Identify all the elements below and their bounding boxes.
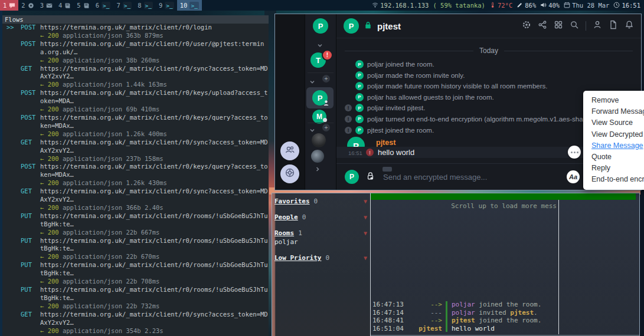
clock-status: 16:51 bbox=[613, 2, 640, 9]
browser-icon bbox=[28, 2, 34, 9]
members-icon[interactable] bbox=[593, 20, 602, 32]
workspace-1[interactable]: 1 bbox=[0, 0, 18, 11]
chat-line: 16:47:13-->poljar joined the room. bbox=[372, 301, 541, 309]
workspace-4[interactable]: 4 bbox=[55, 0, 74, 11]
prefix: pjtest bbox=[407, 325, 442, 333]
http-method: POST bbox=[21, 89, 35, 97]
community-panel bbox=[275, 14, 305, 190]
add-room-button[interactable]: + bbox=[322, 75, 330, 83]
temperature-value: 72°C bbox=[498, 2, 512, 9]
http-method: POST bbox=[21, 24, 35, 32]
workspace-3[interactable]: 3 bbox=[37, 0, 55, 11]
request-url: https://termina.org.uk/_matrix/client/r0… bbox=[40, 40, 269, 57]
flow-row[interactable]: GEThttps://termina.org.uk/_matrix/client… bbox=[2, 139, 269, 163]
flow-row[interactable]: >>POSThttps://termina.org.uk/_matrix/cli… bbox=[2, 24, 269, 40]
flow-row[interactable]: POSThttps://termina.org.uk/_matrix/clien… bbox=[2, 40, 269, 65]
chat-line: 16:51:04pjtesthello world bbox=[372, 325, 541, 333]
thermometer-icon bbox=[489, 2, 496, 9]
response-meta: application/json 237b 158ms bbox=[63, 155, 164, 162]
divider bbox=[308, 73, 334, 73]
request-url: https://termina.org.uk/_matrix/client/r0… bbox=[40, 89, 269, 106]
flow-row[interactable]: GEThttps://termina.org.uk/_matrix/client… bbox=[2, 65, 269, 90]
menu-item-reply[interactable]: Reply bbox=[591, 163, 644, 174]
notifications-icon[interactable] bbox=[625, 20, 634, 32]
chevron-down-icon[interactable] bbox=[309, 77, 315, 87]
settings-icon[interactable] bbox=[522, 20, 531, 32]
workspace-list: 123456>_7>_8>_9>_10>_ bbox=[0, 0, 202, 11]
event-warning-icon: ! bbox=[345, 104, 352, 111]
flow-row[interactable]: GEThttps://termina.org.uk/_matrix/client… bbox=[2, 187, 269, 212]
request-url: https://termina.org.uk/_matrix/client/r0… bbox=[40, 114, 269, 130]
response-meta: application/json 1.26k 430ms bbox=[63, 179, 167, 186]
room-avatar-image[interactable] bbox=[312, 133, 326, 147]
response-meta: application/json 22b 732ms bbox=[63, 302, 159, 309]
chat-line: 16:47:14---poljar invited pjtest. bbox=[372, 309, 541, 317]
flow-row[interactable]: GEThttps://termina.org.uk/_matrix/client… bbox=[2, 311, 269, 335]
room-list-panel: P T ! + P M + bbox=[305, 14, 336, 190]
menu-item-quote[interactable]: Quote bbox=[591, 151, 644, 163]
flow-row[interactable]: PUThttps://termina.org.uk/_matrix/client… bbox=[2, 237, 269, 262]
message-options-button[interactable] bbox=[568, 146, 581, 159]
status-code: ← 200 bbox=[40, 278, 63, 285]
share-icon[interactable] bbox=[538, 20, 547, 32]
message: pjtest joined the room. bbox=[452, 317, 541, 325]
timeline-event: Ppoljar joined the room. bbox=[345, 60, 641, 68]
flow-row[interactable]: POSThttps://termina.org.uk/_matrix/clien… bbox=[2, 114, 269, 139]
request-url: https://termina.org.uk/_matrix/client/r0… bbox=[40, 139, 269, 155]
workspace-8[interactable]: 8>_ bbox=[135, 0, 156, 11]
apps-grid-icon[interactable] bbox=[554, 20, 563, 32]
workspace-7[interactable]: 7>_ bbox=[113, 0, 135, 11]
response-line: ← 200 application/json 363b 879ms bbox=[40, 32, 269, 40]
flow-row[interactable]: POSThttps://termina.org.uk/_matrix/clien… bbox=[2, 89, 269, 114]
chevron-right-icon[interactable] bbox=[312, 166, 323, 172]
message-timestamp: 16:51 bbox=[348, 150, 362, 156]
request-url: https://termina.org.uk/_matrix/client/r0… bbox=[40, 286, 269, 302]
segment: poljar bbox=[452, 309, 475, 317]
community-button[interactable] bbox=[280, 141, 299, 160]
topic-bar bbox=[371, 193, 636, 200]
flow-row[interactable]: PUThttps://termina.org.uk/_matrix/client… bbox=[2, 212, 269, 237]
request-url: https://termina.org.uk/_matrix/client/r0… bbox=[40, 24, 269, 32]
section-header[interactable]: Low Priority0▼ bbox=[274, 254, 370, 262]
menu-item-forward-message[interactable]: Forward Message bbox=[591, 106, 644, 117]
user-avatar[interactable]: P bbox=[313, 18, 328, 34]
message: hello world bbox=[452, 325, 495, 333]
room-avatar-image[interactable] bbox=[311, 150, 324, 163]
chevron-down-icon[interactable] bbox=[317, 40, 323, 51]
workspace-label: 3 bbox=[40, 2, 44, 9]
formatting-button[interactable]: Aa bbox=[567, 170, 580, 183]
menu-item-share-message[interactable]: Share Message bbox=[591, 140, 644, 151]
response-line: ← 200 application/json 22b 667ms bbox=[40, 229, 269, 237]
message-separator bbox=[446, 301, 447, 332]
request-url: https://termina.org.uk/_matrix/client/r0… bbox=[40, 261, 269, 278]
room-avatar[interactable]: P bbox=[344, 18, 359, 34]
section-header[interactable]: Rooms1▼ bbox=[274, 229, 370, 238]
event-text: pjtest joined the room. bbox=[367, 127, 434, 134]
pane-divider[interactable] bbox=[558, 200, 559, 334]
prefix: --> bbox=[407, 317, 442, 325]
menu-item-view-source[interactable]: View Source bbox=[591, 117, 644, 129]
menu-item-remove[interactable]: Remove bbox=[591, 95, 644, 106]
explore-button[interactable] bbox=[280, 164, 299, 183]
section-header[interactable]: People0▼ bbox=[274, 213, 370, 222]
workspace-10[interactable]: 10>_ bbox=[177, 0, 202, 11]
segment: poljar bbox=[452, 301, 475, 308]
flow-row[interactable]: PUThttps://termina.org.uk/_matrix/client… bbox=[2, 261, 269, 286]
room-item[interactable]: poljar bbox=[274, 238, 370, 246]
workspace-2[interactable]: 2 bbox=[18, 0, 37, 11]
add-room-button[interactable]: + bbox=[322, 124, 330, 131]
event-text: poljar made future room history visible … bbox=[367, 83, 548, 90]
menu-item-view-decrypted-s[interactable]: View Decrypted S bbox=[591, 129, 644, 140]
flow-row[interactable]: PUThttps://termina.org.uk/_matrix/client… bbox=[2, 286, 269, 311]
flow-row[interactable]: POSThttps://termina.org.uk/_matrix/clien… bbox=[2, 163, 269, 187]
workspace-label: 7 bbox=[116, 2, 120, 9]
divider bbox=[586, 21, 586, 31]
file-icon[interactable] bbox=[609, 20, 618, 32]
workspace-9[interactable]: 9>_ bbox=[156, 0, 177, 11]
menu-item-end-to-end-encry[interactable]: End-to-end encry bbox=[591, 174, 644, 185]
section-header[interactable]: Favorites0▼ bbox=[274, 197, 370, 206]
workspace-6[interactable]: 6>_ bbox=[93, 0, 114, 11]
workspace-5[interactable]: 5 bbox=[74, 0, 92, 11]
search-icon[interactable] bbox=[570, 20, 579, 32]
http-method: PUT bbox=[21, 286, 32, 294]
